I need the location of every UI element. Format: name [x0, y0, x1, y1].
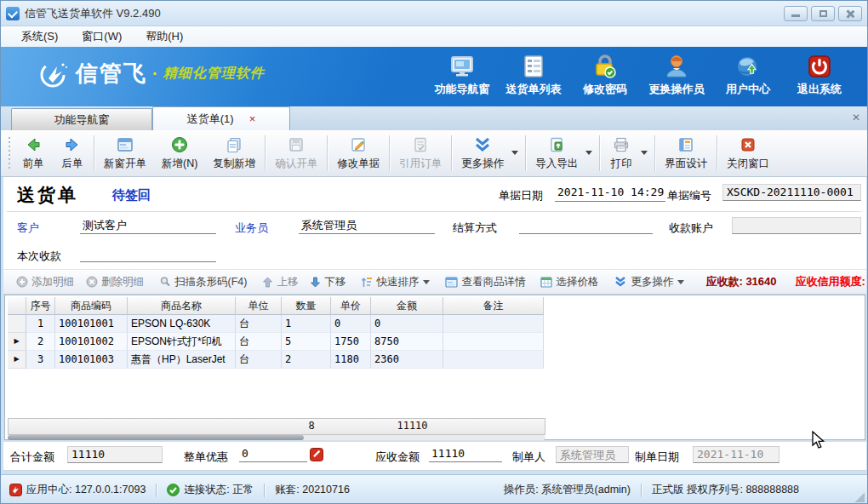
banner-action-password[interactable]: 修改密码	[569, 54, 641, 97]
payment-field[interactable]	[80, 245, 216, 262]
delete-detail-button[interactable]: 删除明细	[80, 275, 150, 289]
maximize-button[interactable]	[811, 6, 835, 21]
cell-unit[interactable]: 台	[236, 333, 282, 351]
cell-unit[interactable]: 台	[236, 315, 282, 333]
col-header[interactable]: 单位	[236, 297, 282, 315]
col-header[interactable]: 备注	[443, 297, 544, 315]
cell-note[interactable]	[443, 351, 544, 369]
detail-more-dropdown-icon[interactable]	[677, 280, 684, 284]
cell-qty[interactable]: 2	[282, 351, 331, 369]
next-doc-button[interactable]: 后单	[53, 130, 92, 176]
cell-unit[interactable]: 台	[236, 351, 282, 369]
table-row[interactable]: ▶ 2 100101002 EPSON针式打*印机 台 5 1750 8750	[8, 333, 544, 351]
close-window-button[interactable]: 关闭窗口	[719, 130, 777, 176]
cell-code[interactable]: 100101002	[55, 333, 128, 351]
cell-code[interactable]: 100101003	[55, 351, 128, 369]
cell-qty[interactable]: 5	[282, 333, 331, 351]
move-up-button[interactable]: 上移	[256, 275, 304, 289]
cell-note[interactable]	[443, 315, 544, 333]
toolbar-drag-handle[interactable]	[7, 137, 11, 169]
scan-barcode-button[interactable]: 扫描条形码(F4)	[153, 275, 253, 289]
cell-price[interactable]: 1750	[331, 333, 371, 351]
col-header[interactable]: 序号	[26, 297, 55, 315]
select-price-button[interactable]: 选择价格	[534, 275, 604, 289]
col-header[interactable]: 商品名称	[128, 297, 236, 315]
salesman-label[interactable]: 业务员	[235, 220, 268, 236]
cell-price[interactable]: 0	[331, 315, 371, 333]
button-label: 添加明细	[31, 275, 74, 289]
new-window-order-button[interactable]: 新窗开单	[96, 130, 154, 176]
scrollbar-thumb[interactable]	[8, 435, 304, 440]
reference-order-button[interactable]: 引用订单	[391, 130, 449, 176]
cell-note[interactable]	[443, 333, 544, 351]
import-export-button[interactable]: 导入导出	[528, 130, 585, 176]
banner-action-nav[interactable]: 功能导航窗	[426, 54, 498, 97]
banner-action-list[interactable]: 送货单列表	[498, 54, 569, 97]
detail-more-actions-button[interactable]: 更多操作	[608, 275, 690, 289]
receivable-amount-field[interactable]: 11110	[429, 446, 502, 462]
move-down-button[interactable]: 下移	[304, 275, 351, 289]
menu-system[interactable]: 系统(S)	[9, 26, 70, 47]
menu-window[interactable]: 窗口(W)	[70, 26, 134, 47]
cell-amount[interactable]: 2360	[371, 351, 443, 369]
col-header[interactable]: 金额	[371, 297, 443, 315]
copy-new-button[interactable]: 复制新增	[205, 130, 263, 176]
cell-name[interactable]: 惠普（HP）LaserJet	[128, 351, 236, 369]
cell-name[interactable]: EPSON针式打*印机	[128, 333, 236, 351]
table-row[interactable]: ▶ 3 100101003 惠普（HP）LaserJet 台 2 1180 23…	[8, 351, 544, 369]
cell-qty[interactable]: 1	[282, 315, 331, 333]
button-label: 打印	[611, 157, 632, 171]
date-field[interactable]: 2021-11-10 14:29	[555, 185, 665, 202]
print-dropdown-icon[interactable]	[641, 151, 648, 155]
double-chevron-icon	[473, 135, 492, 154]
maker-field: 系统管理员	[556, 446, 629, 463]
customer-field[interactable]: 测试客户	[80, 217, 216, 234]
salesman-field[interactable]: 系统管理员	[299, 217, 435, 234]
totals-row: 合计金额 11110 整单优惠 0 应收金额 11110 制单人 系统管理员 制…	[3, 442, 866, 471]
edit-doc-button[interactable]: 修改单据	[329, 130, 387, 176]
print-button[interactable]: 打印	[602, 130, 641, 176]
table-row[interactable]: 1 100101001 EPSON LQ-630K 台 1 0 0	[8, 315, 544, 333]
prev-doc-button[interactable]: 前单	[14, 130, 53, 176]
col-header[interactable]: 商品编码	[55, 297, 128, 315]
cell-name[interactable]: EPSON LQ-630K	[128, 315, 236, 333]
settle-field[interactable]	[519, 217, 653, 234]
col-header[interactable]: 数量	[282, 297, 331, 315]
tab-strip-close-icon[interactable]: ✕	[852, 112, 860, 123]
tab-nav-window[interactable]: 功能导航窗	[11, 108, 152, 130]
cell-no[interactable]: 1	[26, 315, 55, 333]
ui-design-button[interactable]: 界面设计	[657, 130, 715, 176]
view-product-button[interactable]: 查看商品详情	[439, 275, 531, 289]
cell-code[interactable]: 100101001	[55, 315, 128, 333]
more-actions-dropdown-icon[interactable]	[511, 151, 518, 155]
quick-sort-dropdown-icon[interactable]	[423, 280, 430, 284]
import-export-dropdown-icon[interactable]	[585, 151, 592, 155]
banner-action-user-center[interactable]: 用户中心	[712, 54, 784, 97]
tab-delivery-order[interactable]: 送货单(1) ×	[152, 106, 290, 130]
more-actions-button[interactable]: 更多操作	[454, 130, 511, 176]
resize-grip[interactable]	[854, 492, 865, 502]
add-detail-button[interactable]: 添加明细	[10, 275, 80, 289]
banner-action-exit[interactable]: 退出系统	[784, 54, 855, 97]
tab-close-icon[interactable]: ×	[249, 112, 256, 125]
account-label: 收款账户	[669, 220, 713, 236]
cell-no[interactable]: 2	[26, 333, 55, 351]
total-amount-label: 合计金额	[10, 450, 54, 465]
minimize-button[interactable]	[784, 6, 808, 21]
horizontal-scrollbar[interactable]	[8, 435, 545, 440]
quick-sort-button[interactable]: 快速排序	[355, 275, 436, 289]
menu-help[interactable]: 帮助(H)	[134, 26, 195, 47]
confirm-order-button[interactable]: 确认开单	[267, 130, 325, 176]
col-header[interactable]: 单价	[331, 297, 371, 315]
add-new-button[interactable]: 新增(N)	[154, 130, 205, 176]
close-button[interactable]	[838, 6, 862, 21]
cell-price[interactable]: 1180	[331, 351, 371, 369]
cell-amount[interactable]: 8750	[371, 333, 443, 351]
cell-no[interactable]: 3	[26, 351, 55, 369]
maker-label: 制单人	[512, 450, 545, 465]
banner-action-operator[interactable]: 更换操作员	[641, 54, 712, 97]
discount-edit-icon[interactable]	[310, 448, 323, 465]
discount-field[interactable]: 0	[239, 446, 307, 462]
cell-amount[interactable]: 0	[371, 315, 443, 333]
customer-label[interactable]: 客户	[17, 220, 39, 236]
